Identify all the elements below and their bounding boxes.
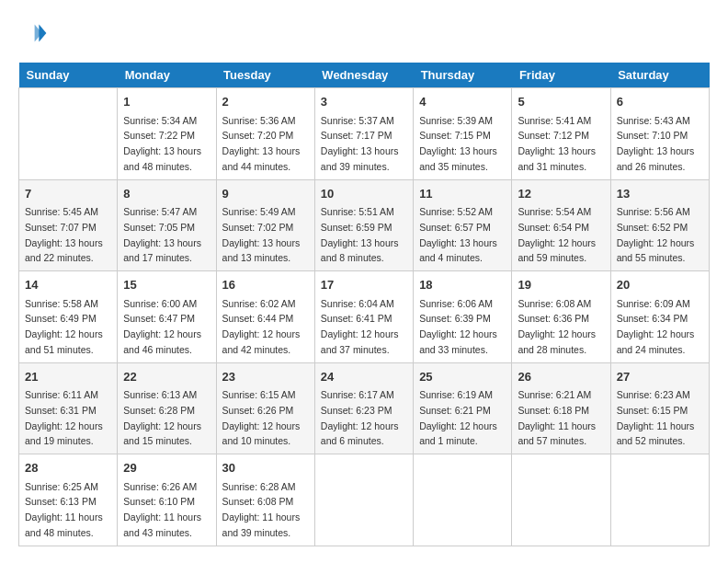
calendar-table: SundayMondayTuesdayWednesdayThursdayFrid… <box>18 63 710 546</box>
calendar-cell: 29 Sunrise: 6:26 AM Sunset: 6:10 PM Dayl… <box>118 454 216 546</box>
sunrise-info: Sunrise: 6:09 AM <box>617 298 690 309</box>
sunrise-info: Sunrise: 5:45 AM <box>25 206 98 217</box>
daylight-info: Daylight: 12 hours and 37 minutes. <box>321 328 399 355</box>
sunrise-info: Sunrise: 6:15 AM <box>222 389 296 400</box>
calendar-cell: 3 Sunrise: 5:37 AM Sunset: 7:17 PM Dayli… <box>314 88 413 180</box>
sunrise-info: Sunrise: 6:04 AM <box>321 298 394 309</box>
calendar-cell: 25 Sunrise: 6:19 AM Sunset: 6:21 PM Dayl… <box>414 362 512 454</box>
sunrise-info: Sunrise: 6:21 AM <box>518 389 591 400</box>
page-header <box>18 18 710 48</box>
calendar-cell: 22 Sunrise: 6:13 AM Sunset: 6:28 PM Dayl… <box>118 362 216 454</box>
calendar-cell: 8 Sunrise: 5:47 AM Sunset: 7:05 PM Dayli… <box>118 179 216 271</box>
week-row: 21 Sunrise: 6:11 AM Sunset: 6:31 PM Dayl… <box>19 362 710 454</box>
sunset-info: Sunset: 6:21 PM <box>419 405 491 416</box>
sunset-info: Sunset: 6:57 PM <box>419 222 491 233</box>
sunrise-info: Sunrise: 6:23 AM <box>617 389 690 400</box>
day-number: 17 <box>321 276 407 294</box>
day-number: 13 <box>617 185 703 203</box>
calendar-cell: 9 Sunrise: 5:49 AM Sunset: 7:02 PM Dayli… <box>216 179 314 271</box>
sunset-info: Sunset: 6:59 PM <box>321 222 392 233</box>
daylight-info: Daylight: 12 hours and 51 minutes. <box>25 328 103 355</box>
daylight-info: Daylight: 12 hours and 46 minutes. <box>123 328 201 355</box>
day-number: 29 <box>123 459 210 477</box>
sunset-info: Sunset: 7:02 PM <box>222 222 294 233</box>
sunrise-info: Sunrise: 5:37 AM <box>321 115 394 126</box>
daylight-info: Daylight: 12 hours and 6 minutes. <box>321 420 399 447</box>
sunrise-info: Sunrise: 6:28 AM <box>222 481 296 492</box>
daylight-info: Daylight: 13 hours and 44 minutes. <box>222 145 301 172</box>
daylight-info: Daylight: 11 hours and 52 minutes. <box>617 420 695 447</box>
calendar-cell <box>314 454 413 546</box>
daylight-info: Daylight: 13 hours and 39 minutes. <box>321 145 399 172</box>
day-number: 1 <box>123 93 210 111</box>
calendar-cell: 20 Sunrise: 6:09 AM Sunset: 6:34 PM Dayl… <box>610 271 709 363</box>
calendar-cell: 24 Sunrise: 6:17 AM Sunset: 6:23 PM Dayl… <box>314 362 413 454</box>
day-number: 26 <box>518 368 604 386</box>
sunset-info: Sunset: 6:28 PM <box>123 405 195 416</box>
sunrise-info: Sunrise: 5:47 AM <box>123 206 197 217</box>
week-row: 14 Sunrise: 5:58 AM Sunset: 6:49 PM Dayl… <box>19 271 710 363</box>
daylight-info: Daylight: 12 hours and 33 minutes. <box>419 328 497 355</box>
header-day: Monday <box>118 63 216 88</box>
daylight-info: Daylight: 13 hours and 31 minutes. <box>518 145 596 172</box>
sunset-info: Sunset: 6:44 PM <box>222 313 294 324</box>
daylight-info: Daylight: 11 hours and 43 minutes. <box>123 511 201 538</box>
daylight-info: Daylight: 12 hours and 28 minutes. <box>518 328 596 355</box>
calendar-cell: 26 Sunrise: 6:21 AM Sunset: 6:18 PM Dayl… <box>512 362 610 454</box>
sunset-info: Sunset: 7:15 PM <box>419 130 491 141</box>
calendar-cell: 21 Sunrise: 6:11 AM Sunset: 6:31 PM Dayl… <box>19 362 118 454</box>
day-number: 5 <box>518 93 604 111</box>
calendar-cell: 27 Sunrise: 6:23 AM Sunset: 6:15 PM Dayl… <box>610 362 709 454</box>
daylight-info: Daylight: 13 hours and 35 minutes. <box>419 145 497 172</box>
calendar-cell: 17 Sunrise: 6:04 AM Sunset: 6:41 PM Dayl… <box>314 271 413 363</box>
day-number: 16 <box>222 276 309 294</box>
sunset-info: Sunset: 6:47 PM <box>123 313 195 324</box>
sunrise-info: Sunrise: 6:06 AM <box>419 298 493 309</box>
sunset-info: Sunset: 6:41 PM <box>321 313 392 324</box>
sunset-info: Sunset: 6:34 PM <box>617 313 688 324</box>
calendar-cell: 19 Sunrise: 6:08 AM Sunset: 6:36 PM Dayl… <box>512 271 610 363</box>
daylight-info: Daylight: 13 hours and 8 minutes. <box>321 237 399 264</box>
day-number: 20 <box>617 276 703 294</box>
calendar-cell: 6 Sunrise: 5:43 AM Sunset: 7:10 PM Dayli… <box>610 88 709 180</box>
daylight-info: Daylight: 13 hours and 17 minutes. <box>123 237 201 264</box>
sunrise-info: Sunrise: 5:49 AM <box>222 206 296 217</box>
sunrise-info: Sunrise: 5:58 AM <box>25 298 98 309</box>
calendar-cell: 7 Sunrise: 5:45 AM Sunset: 7:07 PM Dayli… <box>19 179 118 271</box>
daylight-info: Daylight: 13 hours and 4 minutes. <box>419 237 497 264</box>
calendar-cell: 12 Sunrise: 5:54 AM Sunset: 6:54 PM Dayl… <box>512 179 610 271</box>
calendar-cell <box>512 454 610 546</box>
sunrise-info: Sunrise: 6:08 AM <box>518 298 591 309</box>
header-day: Friday <box>512 63 610 88</box>
calendar-cell: 30 Sunrise: 6:28 AM Sunset: 6:08 PM Dayl… <box>216 454 314 546</box>
daylight-info: Daylight: 12 hours and 59 minutes. <box>518 237 596 264</box>
daylight-info: Daylight: 12 hours and 19 minutes. <box>25 420 103 447</box>
day-number: 18 <box>419 276 506 294</box>
calendar-cell: 10 Sunrise: 5:51 AM Sunset: 6:59 PM Dayl… <box>314 179 413 271</box>
day-number: 28 <box>25 459 111 477</box>
day-number: 9 <box>222 185 309 203</box>
sunrise-info: Sunrise: 6:00 AM <box>123 298 197 309</box>
day-number: 7 <box>25 185 111 203</box>
daylight-info: Daylight: 13 hours and 26 minutes. <box>617 145 695 172</box>
header-day: Saturday <box>610 63 709 88</box>
daylight-info: Daylight: 11 hours and 48 minutes. <box>25 511 103 538</box>
calendar-cell: 2 Sunrise: 5:36 AM Sunset: 7:20 PM Dayli… <box>216 88 314 180</box>
sunset-info: Sunset: 6:18 PM <box>518 405 589 416</box>
daylight-info: Daylight: 12 hours and 15 minutes. <box>123 420 201 447</box>
logo <box>18 18 51 48</box>
calendar-cell <box>414 454 512 546</box>
sunset-info: Sunset: 6:08 PM <box>222 496 294 507</box>
calendar-cell: 18 Sunrise: 6:06 AM Sunset: 6:39 PM Dayl… <box>414 271 512 363</box>
header-day: Thursday <box>414 63 512 88</box>
daylight-info: Daylight: 12 hours and 42 minutes. <box>222 328 301 355</box>
sunrise-info: Sunrise: 6:13 AM <box>123 389 197 400</box>
daylight-info: Daylight: 12 hours and 10 minutes. <box>222 420 301 447</box>
day-number: 15 <box>123 276 210 294</box>
week-row: 7 Sunrise: 5:45 AM Sunset: 7:07 PM Dayli… <box>19 179 710 271</box>
calendar-cell: 4 Sunrise: 5:39 AM Sunset: 7:15 PM Dayli… <box>414 88 512 180</box>
sunset-info: Sunset: 7:07 PM <box>25 222 97 233</box>
sunrise-info: Sunrise: 5:51 AM <box>321 206 394 217</box>
calendar-cell: 14 Sunrise: 5:58 AM Sunset: 6:49 PM Dayl… <box>19 271 118 363</box>
logo-icon <box>18 18 48 48</box>
